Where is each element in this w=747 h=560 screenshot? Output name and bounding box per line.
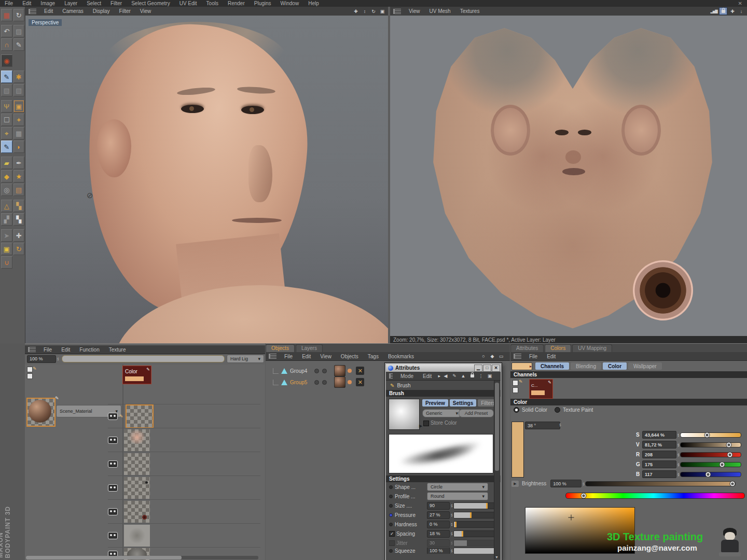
blend-mode-dropdown[interactable]: Hard Lig▾ <box>227 355 264 363</box>
zoom-view-icon[interactable]: ↕ <box>361 8 368 15</box>
menu-item[interactable]: Edit <box>39 8 58 14</box>
smudge-icon[interactable]: ▤ <box>13 184 25 196</box>
menu-item[interactable]: Mode <box>396 373 418 379</box>
hardness-slider[interactable] <box>453 521 497 528</box>
sketch-brush-icon[interactable]: ✎ <box>13 38 25 51</box>
jitter-field[interactable]: 30 <box>427 539 450 547</box>
checker-c-icon[interactable]: ▚ <box>13 213 25 226</box>
color-wheel-icon[interactable]: ✱ <box>13 71 25 83</box>
menu-item[interactable]: File <box>280 354 297 359</box>
tab-colors[interactable]: Colors <box>545 344 571 352</box>
redo-icon[interactable]: ↻ <box>13 9 25 21</box>
stepper[interactable]: ▴▾ <box>677 472 679 477</box>
jitter-checkbox[interactable] <box>389 540 395 546</box>
histogram-icon[interactable]: ▂▅▇ <box>710 8 717 15</box>
stepper[interactable]: ▴▾ <box>677 443 679 447</box>
magnet-u-icon[interactable]: ∪ <box>1 256 12 269</box>
render-settings-icon[interactable]: ▦ <box>1 9 12 21</box>
materials-hscrollbar[interactable] <box>26 556 258 559</box>
lock-icon[interactable] <box>468 373 476 380</box>
r-slider[interactable] <box>680 452 741 457</box>
menu-item[interactable]: UV Edit <box>175 1 202 6</box>
menu-item[interactable]: Filter <box>115 8 135 14</box>
layer-thumbnail[interactable] <box>124 453 150 475</box>
v-field[interactable]: 81,72 % <box>642 441 676 449</box>
maximize-view-icon[interactable]: ▣ <box>379 8 386 15</box>
layer-thumbnail[interactable] <box>124 525 150 547</box>
hue-bar[interactable] <box>565 493 745 499</box>
scrollbar-thumb[interactable] <box>26 556 182 559</box>
material-preview[interactable] <box>26 398 56 427</box>
pick-tool-icon[interactable]: Ψ <box>1 100 12 113</box>
solid-color-radio[interactable] <box>514 407 519 413</box>
menu-item[interactable]: Plugins <box>250 1 276 6</box>
menu-item[interactable]: Function <box>75 347 104 353</box>
stepper[interactable]: ▴▾ <box>451 541 452 545</box>
nav-arrow-icon[interactable]: ➤ <box>1 229 12 242</box>
subtab-blending[interactable]: Blending <box>571 362 601 370</box>
menu-item[interactable]: Help <box>303 1 324 6</box>
panel-options-icon[interactable]: ▭ <box>497 353 505 360</box>
menu-item[interactable]: Select Geometry <box>127 1 174 6</box>
menu-item[interactable]: View <box>404 8 425 14</box>
tab-settings[interactable]: Settings <box>450 399 476 407</box>
render-dot[interactable] <box>322 369 327 373</box>
layer-row[interactable] <box>108 452 260 476</box>
layer-row[interactable] <box>108 428 260 452</box>
tab-objects[interactable]: Objects <box>266 344 295 352</box>
menu-item[interactable]: View <box>135 8 156 14</box>
panel-grid-icon[interactable] <box>514 354 521 359</box>
color-channel-tile[interactable]: C... ✎ <box>529 379 553 399</box>
panel-grid-icon[interactable] <box>393 9 401 14</box>
shape-dropdown[interactable]: Circle▾ <box>427 483 488 491</box>
tab-attributes[interactable]: Attributes <box>510 344 544 352</box>
pattern-brush-icon[interactable]: ▧ <box>13 84 25 96</box>
move-view-icon[interactable]: ✚ <box>352 8 359 15</box>
star-icon[interactable]: ★ <box>13 170 25 183</box>
object-name-selected[interactable]: Group5 <box>290 380 307 385</box>
menu-item[interactable]: Select <box>82 1 106 6</box>
attributes-vscrollbar[interactable]: ▼ <box>494 381 500 559</box>
hue-handle[interactable] <box>581 493 587 499</box>
anim-dot[interactable] <box>389 523 393 526</box>
tab-preview[interactable]: Preview <box>422 399 448 407</box>
anim-dot[interactable] <box>389 549 393 553</box>
v-slider[interactable] <box>680 442 741 447</box>
spacing-checkbox[interactable]: ✓ <box>389 531 395 537</box>
stepper[interactable]: ▴▾ <box>677 453 679 457</box>
menu-item[interactable]: Tools <box>202 1 223 6</box>
menu-item[interactable]: Textures <box>455 8 485 14</box>
b-slider[interactable] <box>680 472 741 477</box>
hue-field[interactable]: 38 ° <box>525 422 560 429</box>
stepper[interactable]: ▴▾ <box>677 433 679 437</box>
pen-icon[interactable]: ✎ <box>451 373 458 380</box>
object-name[interactable]: Group4 <box>290 368 307 374</box>
panel-grid-icon[interactable] <box>28 347 36 352</box>
stepper[interactable]: ▴▾ <box>451 522 452 526</box>
layer-visible-icon[interactable] <box>108 484 118 492</box>
sphere-brush-icon[interactable]: ◉ <box>1 54 12 67</box>
jitter-slider[interactable] <box>453 540 497 547</box>
tab-uv-mapping[interactable]: UV Mapping <box>572 344 612 352</box>
layer-thumbnail[interactable] <box>124 477 150 499</box>
rotate-view-icon[interactable]: ↻ <box>370 8 377 15</box>
stepper[interactable]: ▴▾ <box>583 482 584 486</box>
axis-icon[interactable]: △ <box>1 200 12 212</box>
menu-item[interactable]: Bookmarks <box>383 354 419 359</box>
layer-visible-icon[interactable] <box>108 460 118 468</box>
resize-handle-icon[interactable]: ▶ <box>419 424 422 428</box>
uv-tag-icon[interactable]: ✕ <box>356 367 364 375</box>
squeeze-field[interactable]: 100 % <box>427 548 450 554</box>
menu-item[interactable]: File <box>524 354 542 359</box>
close-icon[interactable]: ✕ <box>492 365 500 372</box>
menu-item[interactable]: File <box>39 347 57 353</box>
key-icon[interactable]: ✦ <box>13 114 25 126</box>
stepper[interactable]: ▴▾ <box>677 463 679 467</box>
undo-icon[interactable]: ↶ <box>1 25 12 37</box>
opacity-stepper[interactable]: ▴▾ <box>57 357 59 361</box>
sv-cursor[interactable] <box>569 515 574 521</box>
pen-tool-icon[interactable]: ✎ <box>1 71 12 83</box>
eyedropper-icon[interactable]: ✒ <box>13 157 25 169</box>
fill-bucket-icon[interactable]: ◆ <box>1 170 12 183</box>
airbrush-icon[interactable]: ▧ <box>1 84 12 96</box>
